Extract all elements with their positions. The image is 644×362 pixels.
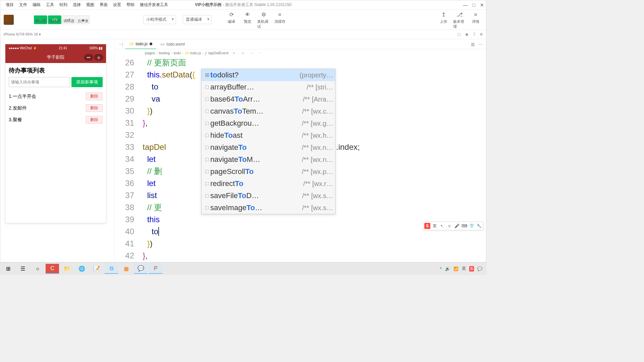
menu-settings[interactable]: 设置: [110, 2, 124, 8]
rotate-icon[interactable]: ▢: [457, 32, 461, 37]
eye-icon: 👁: [245, 10, 250, 19]
sidebar-toggle-icon[interactable]: →|: [118, 42, 123, 47]
code-editor[interactable]: 262728293031323334353637383940414243 // …: [115, 57, 486, 266]
ime-emoji-icon[interactable]: ☺: [446, 223, 452, 229]
autocomplete-item[interactable]: □saveImageTo…/** [wx.s…: [202, 202, 335, 214]
add-button[interactable]: 添加新事项: [71, 77, 103, 87]
capsule-menu-icon[interactable]: •••: [84, 54, 93, 61]
notepad-icon[interactable]: 📝: [90, 264, 103, 274]
delete-button[interactable]: 删除: [86, 93, 103, 100]
menu-file[interactable]: 文件: [16, 2, 30, 8]
tab-todo-wxml[interactable]: <> todo.wxml: [156, 39, 189, 49]
delete-button[interactable]: 删除: [86, 116, 103, 124]
popout-icon[interactable]: ⧉: [480, 32, 483, 37]
upload-button[interactable]: ↥上传: [437, 10, 450, 29]
ime-punct-icon[interactable]: •,: [439, 223, 445, 229]
ime-tool-icon[interactable]: 🔧: [476, 223, 482, 229]
forward-icon[interactable]: →: [258, 51, 261, 55]
volume-icon[interactable]: 🔊: [445, 266, 450, 271]
wifi-icon[interactable]: 📶: [453, 266, 459, 271]
back-icon[interactable]: ←: [250, 51, 254, 55]
ime-skin-icon[interactable]: 👕: [469, 223, 475, 229]
autocomplete-item[interactable]: □hideToast/** [wx.h…: [202, 129, 335, 141]
split-editor-icon[interactable]: ▥: [471, 42, 475, 47]
todo-input[interactable]: [9, 77, 69, 87]
mode-select[interactable]: 小程序模式: [143, 15, 176, 24]
menu-view[interactable]: 视图: [84, 2, 97, 8]
autocomplete-item[interactable]: □pageScrollTo/** [wx.p…: [202, 166, 335, 178]
capsule-close-icon[interactable]: ◎: [94, 54, 103, 61]
menu-help[interactable]: 帮助: [124, 2, 137, 8]
code-content[interactable]: // 更新页面 this.setData({ to va }) }, tapDe…: [138, 57, 486, 266]
code-line[interactable]: // 更新页面: [138, 57, 486, 69]
ime-mic-icon[interactable]: 🎤: [454, 223, 460, 229]
close-icon[interactable]: ✕: [480, 2, 484, 8]
autocomplete-item[interactable]: □base64ToArr…/** [Arra…: [202, 93, 335, 105]
cortana-icon[interactable]: ○: [31, 264, 44, 274]
more-actions-icon[interactable]: ⋯: [479, 42, 483, 47]
clear-cache-button[interactable]: ≡清缓存: [273, 10, 286, 29]
menu-select[interactable]: 选择: [70, 2, 84, 8]
bookmark-icon[interactable]: ◇: [241, 51, 244, 55]
sogou-icon[interactable]: S: [424, 223, 430, 229]
tray-expand-icon[interactable]: ^: [440, 266, 442, 271]
code-line[interactable]: }): [138, 238, 486, 250]
preview-button[interactable]: 👁预览: [241, 10, 254, 29]
menu-tools[interactable]: 工具: [43, 2, 57, 8]
breadcrumb[interactable]: ≡ ◇ ← → pages› testing› todo› JS todo.js…: [115, 49, 486, 57]
label-editor: 编辑器: [48, 18, 61, 23]
todo-row: 3.聚餐 删除: [9, 114, 103, 126]
simulator-panel: ●●●●● WeChat ⚡ 21:41 100% ▮▮ 学子影院 ••• ◎ …: [0, 39, 114, 266]
project-avatar[interactable]: [4, 15, 14, 25]
ime-lang[interactable]: 英: [432, 223, 438, 229]
version-button[interactable]: ⎇版本管理: [453, 10, 466, 29]
autocomplete-item[interactable]: □navigateTo/** [wx.n…: [202, 141, 335, 154]
wechat-icon[interactable]: 💬: [134, 264, 148, 274]
compile-button[interactable]: ⟳编译: [225, 10, 238, 29]
menu-project[interactable]: 项目: [3, 2, 16, 8]
task-view-icon[interactable]: ☰: [16, 264, 30, 274]
menu-wechat-devtools[interactable]: 微信开发者工具: [137, 2, 171, 8]
status-carrier: ●●●●● WeChat ⚡: [9, 46, 37, 50]
autocomplete-item[interactable]: □saveFileToD…/** [wx.s…: [202, 190, 335, 202]
suggestion-icon: □: [204, 129, 210, 141]
windows-taskbar: ⊞ ☰ ○ C 📁 🌐 📝 ⧉ ▦ 💬 P ^ 🔊 📶 英 S 💬: [0, 262, 486, 275]
xampp-icon[interactable]: ▦: [119, 264, 133, 274]
share-icon[interactable]: ⤴: [473, 32, 475, 37]
autocomplete-item[interactable]: □getBackgrou…/** [wx.g…: [202, 117, 335, 129]
explorer-icon[interactable]: 📁: [60, 264, 74, 274]
sogou-tray-icon[interactable]: S: [469, 266, 474, 272]
autocomplete-item[interactable]: □navigateToM…/** [wx.n…: [202, 154, 335, 166]
tab-todo-js[interactable]: JS todo.js: [125, 39, 156, 49]
autocomplete-item[interactable]: □arrayBuffer…/** [stri…: [202, 81, 335, 93]
delete-button[interactable]: 删除: [86, 104, 103, 112]
start-button[interactable]: ⊞: [1, 264, 15, 274]
details-button[interactable]: ≡详情: [469, 10, 482, 29]
remote-debug-button[interactable]: ⚙真机调试: [257, 10, 270, 29]
autocomplete-item[interactable]: □redirectTo/** [wx.r…: [202, 178, 335, 190]
notifications-icon[interactable]: 💬: [477, 266, 482, 271]
page-title: 待办事项列表: [9, 66, 103, 74]
code-line[interactable]: },: [138, 250, 486, 262]
compile-select[interactable]: 普通编译: [183, 15, 212, 24]
line-gutter: 262728293031323334353637383940414243: [115, 57, 138, 266]
minimize-icon[interactable]: —: [463, 2, 468, 8]
ime-keyboard-icon[interactable]: ⌨: [461, 223, 467, 229]
ime-indicator[interactable]: 英: [462, 266, 466, 272]
autocomplete-popup[interactable]: ⊞todolist?(property…□arrayBuffer…/** [st…: [201, 69, 335, 214]
chrome-icon[interactable]: 🌐: [75, 264, 89, 274]
hamburger-icon[interactable]: ≡: [233, 51, 235, 55]
autocomplete-item[interactable]: ⊞todolist?(property…: [202, 69, 335, 81]
record-icon[interactable]: ◉: [465, 32, 469, 37]
menu-goto[interactable]: 转到: [57, 2, 70, 8]
vscode-icon[interactable]: ⧉: [105, 264, 118, 274]
taskbar-app[interactable]: C: [46, 264, 59, 274]
ime-toolbar[interactable]: S 英 •, ☺ 🎤 ⌨ 👕 🔧: [423, 222, 483, 230]
code-fragment: .index;: [336, 141, 360, 153]
maximize-icon[interactable]: □: [473, 2, 475, 8]
device-selector[interactable]: iPhone 6/7/8 85% 16 ▾: [4, 32, 41, 37]
autocomplete-item[interactable]: □canvasToTem…/** [wx.c…: [202, 105, 335, 117]
menu-edit[interactable]: 编辑: [30, 2, 43, 8]
powerpoint-icon[interactable]: P: [149, 264, 162, 274]
menu-interface[interactable]: 界面: [97, 2, 110, 8]
